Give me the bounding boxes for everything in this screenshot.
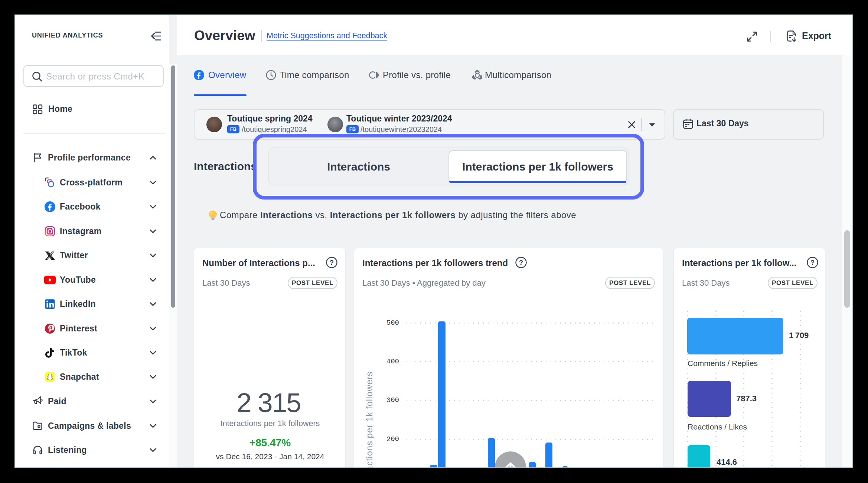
svg-text:?: ?	[519, 259, 523, 266]
svg-text:?: ?	[330, 259, 334, 266]
svg-text:?: ?	[810, 259, 815, 266]
